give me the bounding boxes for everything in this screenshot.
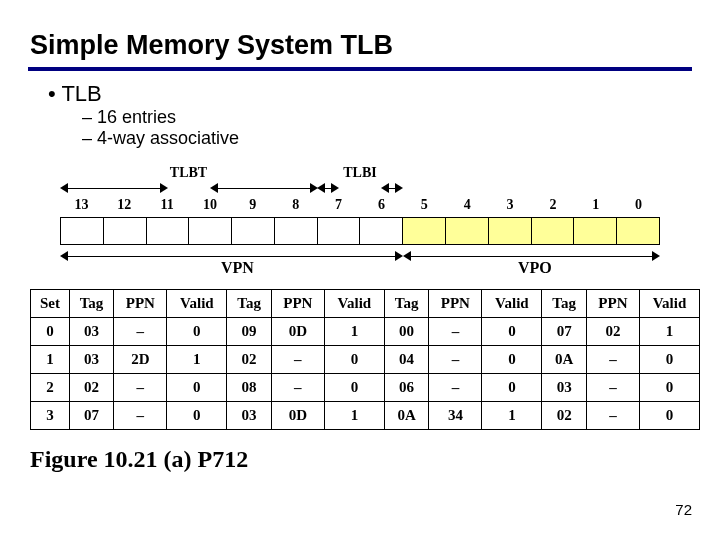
table-cell: –	[114, 318, 167, 346]
table-row: 307–0030D10A34102–0	[31, 402, 700, 430]
table-cell: –	[586, 374, 639, 402]
bit-cell	[617, 218, 659, 244]
bullet-tlb: TLB	[48, 81, 690, 107]
bit-cell	[61, 218, 104, 244]
tlbi-label: TLBI	[317, 165, 403, 181]
table-cell: 0	[482, 346, 542, 374]
bit-cell	[403, 218, 446, 244]
bit-cell	[189, 218, 232, 244]
table-cell: 0	[324, 346, 384, 374]
th-ppn: PPN	[429, 290, 482, 318]
bit-diagram: TLBT TLBI 13 12 11 10 9 8 7 6 5 4 3 2 1 …	[60, 165, 660, 275]
table-cell: 2	[31, 374, 70, 402]
table-cell: 0A	[542, 346, 586, 374]
th-set: Set	[31, 290, 70, 318]
table-cell: –	[271, 374, 324, 402]
table-cell: 1	[324, 318, 384, 346]
table-cell: –	[429, 318, 482, 346]
table-cell: 0D	[271, 318, 324, 346]
table-cell: 34	[429, 402, 482, 430]
table-cell: 0	[167, 374, 227, 402]
bit-0: 0	[617, 197, 660, 213]
bit-3: 3	[489, 197, 532, 213]
bit-10: 10	[189, 197, 232, 213]
table-cell: 3	[31, 402, 70, 430]
bit-cell	[318, 218, 361, 244]
table-cell: 0D	[271, 402, 324, 430]
bit-cell	[532, 218, 575, 244]
table-cell: 02	[227, 346, 271, 374]
th-valid: Valid	[482, 290, 542, 318]
bit-12: 12	[103, 197, 146, 213]
vpn-label: VPN	[215, 259, 260, 277]
tlbi-arrow-left	[317, 183, 339, 195]
table-cell: 03	[227, 402, 271, 430]
table-cell: 02	[69, 374, 113, 402]
bit-2: 2	[531, 197, 574, 213]
table-cell: –	[114, 374, 167, 402]
bit-cell	[232, 218, 275, 244]
bit-13: 13	[60, 197, 103, 213]
th-tag: Tag	[384, 290, 428, 318]
table-cell: 1	[31, 346, 70, 374]
title-rule	[28, 67, 692, 71]
table-cell: –	[114, 402, 167, 430]
bit-1: 1	[574, 197, 617, 213]
bullet-assoc: 4-way associative	[82, 128, 690, 149]
table-cell: 2D	[114, 346, 167, 374]
table-cell: 03	[542, 374, 586, 402]
table-cell: –	[429, 374, 482, 402]
th-ppn: PPN	[271, 290, 324, 318]
bit-4: 4	[446, 197, 489, 213]
bit-cell	[489, 218, 532, 244]
bit-11: 11	[146, 197, 189, 213]
table-row: 1032D102–004–00A–0	[31, 346, 700, 374]
figure-caption: Figure 10.21 (a) P712	[30, 446, 690, 473]
table-cell: –	[429, 346, 482, 374]
table-cell: 03	[69, 318, 113, 346]
tlbt-arrow-right	[210, 183, 318, 195]
table-cell: 07	[69, 402, 113, 430]
table-cell: 09	[227, 318, 271, 346]
th-valid: Valid	[639, 290, 699, 318]
table-row: 003–0090D100–007021	[31, 318, 700, 346]
table-cell: 1	[639, 318, 699, 346]
bit-8: 8	[274, 197, 317, 213]
th-ppn: PPN	[586, 290, 639, 318]
table-cell: 0	[167, 402, 227, 430]
th-tag: Tag	[542, 290, 586, 318]
table-cell: 0	[639, 374, 699, 402]
table-cell: 02	[542, 402, 586, 430]
table-cell: 0	[167, 318, 227, 346]
bit-row	[60, 217, 660, 245]
tlbt-arrow-left	[60, 183, 168, 195]
bit-cell	[446, 218, 489, 244]
table-cell: 02	[586, 318, 639, 346]
bullet-list: TLB 16 entries 4-way associative	[40, 81, 690, 149]
table-cell: 00	[384, 318, 428, 346]
table-cell: 07	[542, 318, 586, 346]
table-cell: 08	[227, 374, 271, 402]
page-number: 72	[675, 501, 692, 518]
table-cell: 0	[324, 374, 384, 402]
bit-cell	[104, 218, 147, 244]
tlbt-label: TLBT	[60, 165, 317, 181]
bit-cell	[275, 218, 318, 244]
bit-cell	[360, 218, 403, 244]
table-header-row: Set Tag PPN Valid Tag PPN Valid Tag PPN …	[31, 290, 700, 318]
table-row: 202–008–006–003–0	[31, 374, 700, 402]
th-valid: Valid	[324, 290, 384, 318]
vpo-label: VPO	[512, 259, 558, 277]
table-cell: 0A	[384, 402, 428, 430]
table-cell: –	[586, 402, 639, 430]
table-cell: 0	[639, 346, 699, 374]
bullet-entries: 16 entries	[82, 107, 690, 128]
bit-9: 9	[231, 197, 274, 213]
slide-title: Simple Memory System TLB	[30, 30, 690, 61]
bit-cell	[147, 218, 190, 244]
table-cell: 04	[384, 346, 428, 374]
table-cell: –	[271, 346, 324, 374]
bit-6: 6	[360, 197, 403, 213]
table-cell: 1	[324, 402, 384, 430]
table-cell: 03	[69, 346, 113, 374]
